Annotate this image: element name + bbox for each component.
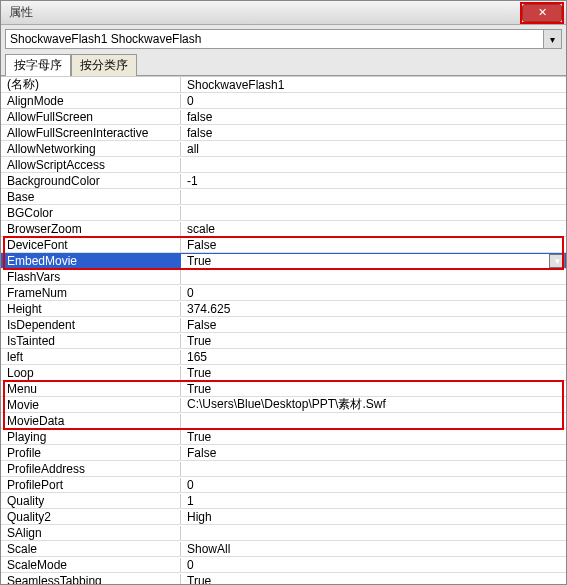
property-name: Playing [1, 430, 181, 444]
property-value[interactable]: High [181, 510, 566, 524]
property-value[interactable]: False [181, 318, 566, 332]
property-row[interactable]: LoopTrue [1, 365, 566, 381]
property-name: FlashVars [1, 270, 181, 284]
property-value[interactable]: 0 [181, 286, 566, 300]
property-value[interactable]: 165 [181, 350, 566, 364]
property-name: EmbedMovie [1, 254, 181, 268]
property-value[interactable]: 0 [181, 478, 566, 492]
property-row[interactable]: FlashVars [1, 269, 566, 285]
property-row[interactable]: DeviceFontFalse [1, 237, 566, 253]
property-value[interactable]: ShockwaveFlash1 [181, 78, 566, 92]
property-name: (名称) [1, 76, 181, 93]
value-dropdown[interactable]: ▾ [549, 254, 565, 268]
property-row[interactable]: AllowFullScreenfalse [1, 109, 566, 125]
property-name: Quality [1, 494, 181, 508]
property-name: AllowFullScreen [1, 110, 181, 124]
property-value[interactable]: 0 [181, 558, 566, 572]
property-row[interactable]: ProfileAddress [1, 461, 566, 477]
property-name: MovieData [1, 414, 181, 428]
property-row[interactable]: left165 [1, 349, 566, 365]
property-grid[interactable]: (名称)ShockwaveFlash1AlignMode0AllowFullSc… [1, 76, 566, 584]
property-name: ProfileAddress [1, 462, 181, 476]
tab-categorized[interactable]: 按分类序 [71, 54, 137, 76]
property-row[interactable]: BGColor [1, 205, 566, 221]
property-value[interactable]: True [181, 574, 566, 585]
window-title: 属性 [5, 4, 33, 21]
property-value[interactable]: -1 [181, 174, 566, 188]
property-value[interactable]: false [181, 126, 566, 140]
property-name: Base [1, 190, 181, 204]
property-name: BGColor [1, 206, 181, 220]
property-name: ScaleMode [1, 558, 181, 572]
property-name: left [1, 350, 181, 364]
object-selector-dropdown[interactable]: ▾ [544, 29, 562, 49]
tab-alphabetical[interactable]: 按字母序 [5, 54, 71, 76]
property-name: BackgroundColor [1, 174, 181, 188]
property-name: IsDependent [1, 318, 181, 332]
property-row[interactable]: MenuTrue [1, 381, 566, 397]
property-row[interactable]: BackgroundColor-1 [1, 173, 566, 189]
property-row[interactable]: ProfileFalse [1, 445, 566, 461]
property-value[interactable]: 0 [181, 94, 566, 108]
property-row[interactable]: ProfilePort0 [1, 477, 566, 493]
property-value[interactable]: false [181, 110, 566, 124]
property-value[interactable]: True [181, 334, 566, 348]
chevron-down-icon: ▾ [555, 256, 560, 266]
property-name: Scale [1, 542, 181, 556]
property-row[interactable]: MovieC:\Users\Blue\Desktop\PPT\素材.Swf [1, 397, 566, 413]
property-name: Menu [1, 382, 181, 396]
property-name: AllowScriptAccess [1, 158, 181, 172]
property-value[interactable]: True [181, 254, 549, 268]
property-row[interactable]: Height374.625 [1, 301, 566, 317]
property-row[interactable]: ScaleMode0 [1, 557, 566, 573]
property-value[interactable]: 1 [181, 494, 566, 508]
property-name: AlignMode [1, 94, 181, 108]
property-row[interactable]: PlayingTrue [1, 429, 566, 445]
properties-window: 属性 ✕ ▾ 按字母序 按分类序 (名称)ShockwaveFlash1Alig… [0, 0, 567, 585]
property-name: AllowFullScreenInteractive [1, 126, 181, 140]
close-icon: ✕ [538, 6, 547, 19]
property-name: Loop [1, 366, 181, 380]
property-name: Quality2 [1, 510, 181, 524]
property-value[interactable]: all [181, 142, 566, 156]
tabstrip: 按字母序 按分类序 [1, 53, 566, 76]
property-row[interactable]: Quality1 [1, 493, 566, 509]
property-row[interactable]: EmbedMovieTrue▾ [1, 253, 566, 269]
property-value[interactable]: C:\Users\Blue\Desktop\PPT\素材.Swf [181, 396, 566, 413]
property-value[interactable]: False [181, 238, 566, 252]
property-row[interactable]: MovieData [1, 413, 566, 429]
property-row[interactable]: AllowScriptAccess [1, 157, 566, 173]
property-name: IsTainted [1, 334, 181, 348]
property-row[interactable]: AlignMode0 [1, 93, 566, 109]
property-name: SAlign [1, 526, 181, 540]
property-name: ProfilePort [1, 478, 181, 492]
property-name: Movie [1, 398, 181, 412]
property-row[interactable]: BrowserZoomscale [1, 221, 566, 237]
chevron-down-icon: ▾ [550, 34, 555, 45]
property-row[interactable]: ScaleShowAll [1, 541, 566, 557]
property-name: Height [1, 302, 181, 316]
property-row[interactable]: AllowFullScreenInteractivefalse [1, 125, 566, 141]
property-row[interactable]: SeamlessTabbingTrue [1, 573, 566, 584]
property-row[interactable]: IsTaintedTrue [1, 333, 566, 349]
property-row[interactable]: FrameNum0 [1, 285, 566, 301]
titlebar: 属性 ✕ [1, 1, 566, 25]
close-button[interactable]: ✕ [522, 4, 562, 22]
property-name: SeamlessTabbing [1, 574, 181, 585]
property-value[interactable]: True [181, 430, 566, 444]
property-row[interactable]: Base [1, 189, 566, 205]
property-row[interactable]: Quality2High [1, 509, 566, 525]
property-row[interactable]: IsDependentFalse [1, 317, 566, 333]
property-row[interactable]: AllowNetworkingall [1, 141, 566, 157]
property-name: BrowserZoom [1, 222, 181, 236]
property-row[interactable]: SAlign [1, 525, 566, 541]
property-value[interactable]: True [181, 382, 566, 396]
object-selector-input[interactable] [5, 29, 544, 49]
property-value[interactable]: True [181, 366, 566, 380]
property-value[interactable]: scale [181, 222, 566, 236]
property-name: FrameNum [1, 286, 181, 300]
property-value[interactable]: 374.625 [181, 302, 566, 316]
property-value[interactable]: ShowAll [181, 542, 566, 556]
property-row[interactable]: (名称)ShockwaveFlash1 [1, 77, 566, 93]
property-value[interactable]: False [181, 446, 566, 460]
